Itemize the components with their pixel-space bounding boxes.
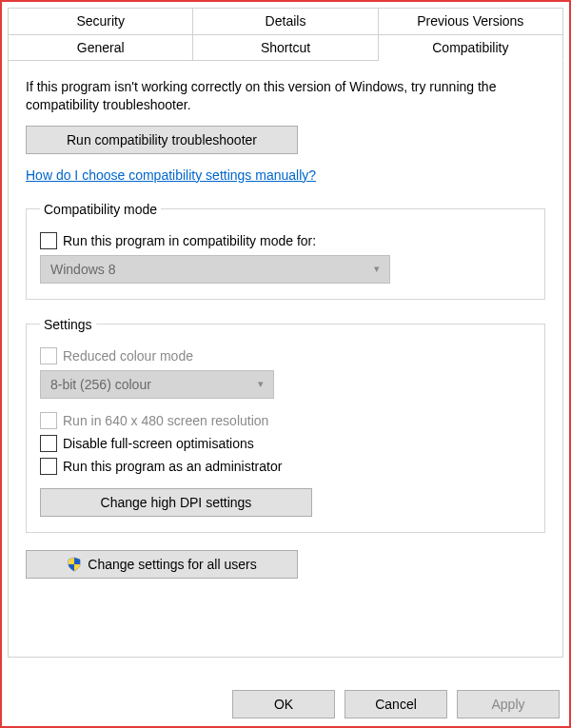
intro-text: If this program isn't working correctly … <box>26 78 521 114</box>
chevron-down-icon: ▾ <box>258 378 264 390</box>
disable-fullscreen-label: Disable full-screen optimisations <box>63 436 254 451</box>
reduced-colour-label: Reduced colour mode <box>63 348 193 364</box>
dialog-footer-buttons: OK Cancel Apply <box>232 690 560 718</box>
compatibility-mode-group: Compatibility mode Run this program in c… <box>26 202 545 300</box>
change-dpi-button[interactable]: Change high DPI settings <box>40 488 312 517</box>
compatibility-mode-legend: Compatibility mode <box>40 202 161 217</box>
compat-mode-checkbox[interactable] <box>40 232 57 249</box>
tab-shortcut[interactable]: Shortcut <box>193 34 378 61</box>
change-all-users-label: Change settings for all users <box>88 557 256 572</box>
tab-panel-compatibility: If this program isn't working correctly … <box>8 60 563 658</box>
run-640-checkbox <box>40 412 57 429</box>
properties-dialog: Security Details Previous Versions Gener… <box>0 0 571 728</box>
settings-group: Settings Reduced colour mode 8-bit (256)… <box>26 317 545 533</box>
tab-details[interactable]: Details <box>193 8 378 34</box>
change-all-users-button[interactable]: Change settings for all users <box>26 550 298 579</box>
chevron-down-icon: ▾ <box>374 263 380 275</box>
reduced-colour-checkbox <box>40 347 57 364</box>
ok-button[interactable]: OK <box>232 690 335 718</box>
compat-mode-select[interactable]: Windows 8 ▾ <box>40 255 390 284</box>
run-troubleshooter-button[interactable]: Run compatibility troubleshooter <box>26 126 298 154</box>
run-640-label: Run in 640 x 480 screen resolution <box>63 413 268 428</box>
colour-select: 8-bit (256) colour ▾ <box>40 370 274 399</box>
tab-compatibility[interactable]: Compatibility <box>379 34 563 61</box>
tab-strip: Security Details Previous Versions Gener… <box>8 8 563 658</box>
settings-legend: Settings <box>40 317 96 332</box>
cancel-button[interactable]: Cancel <box>345 690 447 718</box>
compat-mode-label: Run this program in compatibility mode f… <box>63 233 316 248</box>
colour-select-value: 8-bit (256) colour <box>50 377 151 392</box>
run-admin-label: Run this program as an administrator <box>63 459 282 474</box>
help-link[interactable]: How do I choose compatibility settings m… <box>26 167 316 183</box>
tab-security[interactable]: Security <box>8 8 193 34</box>
apply-button[interactable]: Apply <box>457 690 560 718</box>
disable-fullscreen-checkbox[interactable] <box>40 435 57 452</box>
compat-mode-select-value: Windows 8 <box>50 262 115 277</box>
uac-shield-icon <box>67 557 82 572</box>
tab-previous-versions[interactable]: Previous Versions <box>379 8 563 34</box>
run-admin-checkbox[interactable] <box>40 458 57 475</box>
tab-general[interactable]: General <box>8 34 193 61</box>
